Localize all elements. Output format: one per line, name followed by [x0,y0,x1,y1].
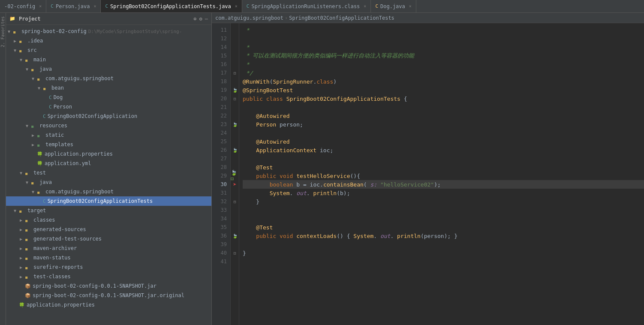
sidebar-item-jar-original[interactable]: ▶ 📦 spring-boot-02-config-0.0.1-SNAPSHOT… [6,291,211,300]
gc-17[interactable]: ⊟ [231,69,239,77]
sidebar-item-surefire[interactable]: ▶ ▪ surefire-reports [6,262,211,272]
sidebar-item-bean[interactable]: ▼ ▪ bean [6,83,211,93]
sidebar-item-main[interactable]: ▼ ▪ main [6,55,211,64]
ln-25: 25 [212,137,230,146]
sidebar-item-gen-test-sources[interactable]: ▶ ▪ generated-test-sources [6,234,211,244]
tab-dog[interactable]: C Dog.java × [371,0,416,13]
code-line-20: public class SpringBoot02ConfigApplicati… [243,94,644,103]
tab-config-close[interactable]: × [39,4,42,9]
sidebar-item-dog[interactable]: ▶ C Dog [6,93,211,102]
code-line-34 [243,214,644,223]
code-line-23: Person person; [243,120,644,129]
code-line-40: } [243,249,644,257]
sidebar-header: 📁 Project ⊕ ⚙ — [6,13,211,25]
sidebar-item-com-test[interactable]: ▼ ▪ com.atguigu.springboot [6,187,211,196]
code-kw-36: public [256,233,280,239]
ln-14: 14 [212,43,230,51]
maven-archiver-folder-icon: ▪ [25,246,32,251]
gc-32[interactable]: ⊟ [231,197,239,206]
favorites-tab[interactable]: 2. Favorites [0,15,6,49]
code-indent-25 [243,138,256,145]
settings-icon[interactable]: ⚙ [199,16,202,22]
code-mth-31: println [313,190,337,196]
tab-dog-close[interactable]: × [409,4,412,9]
sidebar-item-maven-archiver[interactable]: ▶ ▪ maven-archiver [6,244,211,253]
sidebar-item-target[interactable]: ▼ ▪ target [6,206,211,215]
app-yml-icon: 🍀 [37,161,43,166]
ln-26: 26 [212,146,230,154]
code-empty-39 [243,241,246,248]
sidebar-item-gen-sources[interactable]: ▶ ▪ generated-sources [6,225,211,234]
sidebar-item-static[interactable]: ▶ ▪ static [6,130,211,140]
sidebar-item-app-yml[interactable]: ▶ 🍀 application.yml [6,159,211,168]
tree-root[interactable]: ▼ ▪ spring-boot-02-config D:\MyCode\Spri… [6,27,211,36]
ln-22: 22 [212,111,230,120]
sidebar-item-tests-selected[interactable]: ▶ C SpringBoot02ConfigApplicationTests [6,196,211,206]
sidebar-item-springboot-app[interactable]: ▶ C SpringBoot02ConfigApplication [6,111,211,121]
ln-32: 32 [212,197,230,206]
code-cmt-17: */ [243,70,253,76]
app-yml-label: application.yml [45,160,91,166]
sidebar-item-templates[interactable]: ▶ ▪ templates [6,140,211,149]
main-folder-icon: ▪ [25,57,32,62]
tab-tests-close[interactable]: × [235,4,238,9]
gc-29[interactable]: 🍃⊟ [231,172,239,180]
gc-27 [231,154,239,163]
tab-listeners[interactable]: C SpringApplicationRunListeners.class × [242,0,371,13]
tab-config[interactable]: -02-config × [0,0,46,13]
tab-person[interactable]: C Person.java × [46,0,101,13]
code-dot-31: . [290,190,297,196]
bean-label: bean [51,85,64,91]
code-line-24 [243,129,644,137]
sidebar-item-java-main[interactable]: ▼ ▪ java [6,64,211,74]
app-props-root-icon: 🍀 [19,302,25,308]
sidebar-item-maven-status[interactable]: ▶ ▪ maven-status [6,253,211,262]
person-file-label: Person [54,104,72,110]
sidebar-item-classes[interactable]: ▶ ▪ classes [6,215,211,225]
gc-40[interactable]: ⊟ [231,249,239,257]
sidebar-item-src[interactable]: ▼ ▪ src [6,45,211,55]
scope-icon[interactable]: ⊕ [193,16,196,22]
code-pun-18: ( [270,78,273,85]
code-kw-29b: void [280,173,296,179]
code-cmt-14: * [243,44,250,51]
gc-33 [231,206,239,214]
tab-person-close[interactable]: × [93,4,96,9]
code-pun-29: (){ [350,173,360,179]
test-classes-folder-icon: ▪ [25,274,32,279]
gc-20[interactable]: ⊟ [231,94,239,103]
target-folder-icon: ▪ [19,208,26,213]
code-content[interactable]: * * * 可以在测试期间很方便的类似编码一样进行自动注入等容器的功能 * */ [239,23,644,325]
code-empty-24 [243,130,246,136]
main-label: main [33,57,46,63]
sidebar-item-resources[interactable]: ▼ ▪ resources [6,121,211,130]
sidebar-item-app-props-root[interactable]: ▶ 🍀 application.properties [6,300,211,310]
com-test-folder-icon: ▪ [37,189,44,194]
sidebar-item-java-test[interactable]: ▼ ▪ java [6,178,211,187]
surefire-arrow: ▶ [20,265,25,270]
sidebar-item-test-classes[interactable]: ▶ ▪ test-classes [6,272,211,281]
root-arrow: ▼ [8,29,13,34]
ln-15: 15 [212,51,230,60]
root-path: D:\MyCode\SpringbootStudy\spring- [88,29,182,34]
editor-area: com.atguigu.springboot › SpringBoot02Con… [212,13,644,325]
ln-30: 30 [212,180,230,189]
tab-listeners-close[interactable]: × [364,4,366,9]
code-indent-32 [243,199,256,205]
tab-tests[interactable]: C SpringBoot02ConfigApplicationTests.jav… [101,0,242,13]
ln-20: 20 [212,94,230,103]
templates-label: templates [45,141,73,147]
sidebar-item-com-main[interactable]: ▼ ▪ com.atguigu.springboot [6,74,211,83]
code-ann-18: @RunWith [243,78,270,85]
sidebar-item-jar[interactable]: ▶ 📦 spring-boot-02-config-0.0.1-SNAPSHOT… [6,281,211,291]
sidebar-item-test[interactable]: ▼ ▪ test [6,168,211,178]
sidebar-item-person[interactable]: ▶ C Person [6,102,211,111]
code-var-31: b [340,190,343,196]
java-test-label: java [39,179,52,185]
sidebar-item-app-props[interactable]: ▶ 🍀 application.properties [6,149,211,159]
code-ann-19: @SpringBootTest [243,87,293,93]
collapse-icon[interactable]: — [205,16,208,22]
code-cmt-15: * 可以在测试期间很方便的类似编码一样进行自动注入等容器的功能 [243,52,414,60]
sidebar-item-idea[interactable]: ▶ ▪ .idea [6,36,211,45]
src-arrow: ▼ [14,48,19,53]
